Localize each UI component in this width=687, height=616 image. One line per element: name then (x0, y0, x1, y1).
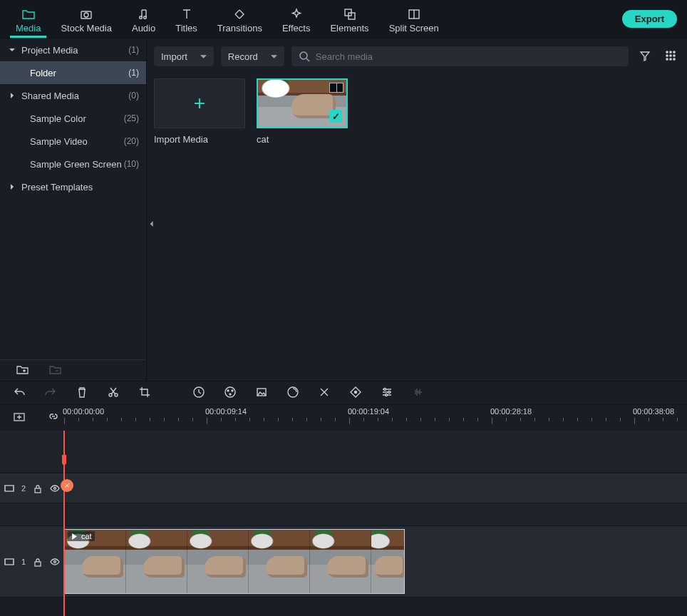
media-sidebar: Project Media (1) Folder (1) Shared Medi… (0, 38, 147, 381)
chevron-down-icon (200, 53, 207, 60)
playhead-knob[interactable] (61, 479, 73, 492)
svg-point-27 (384, 388, 386, 390)
plus-icon: + (194, 92, 205, 115)
timeline-toolbar (0, 381, 687, 405)
tab-media[interactable]: Media (6, 0, 51, 38)
video-track-icon (4, 557, 14, 567)
adjust-button[interactable] (378, 383, 396, 404)
sidebar-item-label: Sample Video (30, 136, 124, 147)
search-icon (299, 51, 310, 62)
sidebar-item-preset-templates[interactable]: Preset Templates (0, 175, 146, 198)
svg-point-1 (84, 13, 88, 17)
svg-point-7 (300, 52, 307, 59)
split-button[interactable] (104, 383, 123, 404)
tab-titles[interactable]: Titles (165, 0, 207, 38)
sidebar-item-label: Shared Media (21, 91, 128, 101)
media-tile-cat[interactable]: ✓ cat (257, 78, 348, 145)
ruler-time-label: 00:00:38:08 (633, 407, 674, 416)
svg-rect-31 (5, 486, 14, 491)
speed-button[interactable] (190, 383, 208, 404)
tab-elements[interactable]: Elements (320, 0, 378, 38)
export-button[interactable]: Export (622, 10, 677, 28)
sidebar-item-count: (0) (128, 91, 139, 101)
sidebar-item-sample-green-screen[interactable]: Sample Green Screen (10) (0, 153, 146, 175)
playhead[interactable] (63, 431, 65, 616)
video-badge-icon (329, 83, 344, 93)
ruler-track[interactable]: 00:00:00:00 00:00:09:14 00:00:19:04 00:0… (64, 405, 687, 431)
transitions-icon (232, 7, 247, 21)
sidebar-item-label: Folder (30, 68, 128, 78)
motion-button[interactable] (284, 383, 302, 404)
timeline-ruler[interactable]: 00:00:00:00 00:00:09:14 00:00:19:04 00:0… (0, 405, 687, 431)
delete-folder-button[interactable] (46, 360, 64, 381)
svg-point-11 (666, 54, 668, 56)
keyframe-button[interactable] (315, 383, 334, 404)
top-tab-bar: Media Stock Media Audio Titles Transitio… (0, 0, 687, 38)
import-media-tile[interactable]: + Import Media (154, 78, 245, 145)
color-button[interactable] (221, 383, 239, 404)
layers-icon (343, 7, 357, 21)
lock-icon[interactable] (33, 557, 43, 567)
sidebar-item-label: Preset Templates (21, 182, 139, 192)
track-number: 2 (21, 484, 26, 493)
sidebar-collapse-handle[interactable] (147, 202, 157, 245)
sidebar-item-shared-media[interactable]: Shared Media (0) (0, 84, 146, 107)
svg-point-13 (673, 54, 675, 56)
crop-button[interactable] (135, 383, 154, 404)
svg-point-18 (115, 394, 118, 396)
text-icon (180, 7, 194, 21)
camera-icon (79, 7, 93, 21)
record-dropdown[interactable]: Record (221, 46, 284, 66)
audio-waveform-button[interactable] (409, 383, 428, 404)
grid-view-button[interactable] (661, 46, 680, 67)
sidebar-item-sample-video[interactable]: Sample Video (20) (0, 130, 146, 153)
tile-label: cat (257, 134, 348, 145)
tab-label: Titles (175, 23, 197, 34)
sidebar-item-sample-color[interactable]: Sample Color (25) (0, 107, 146, 130)
sidebar-item-project-media[interactable]: Project Media (1) (0, 38, 146, 61)
chevron-right-icon (9, 184, 16, 190)
dropdown-label: Record (228, 51, 258, 62)
folder-icon (21, 7, 36, 21)
track-row-1[interactable]: 1 cat (0, 526, 687, 597)
svg-point-26 (355, 391, 357, 393)
import-dropdown[interactable]: Import (154, 46, 214, 66)
sidebar-item-label: Project Media (21, 45, 128, 56)
svg-point-12 (670, 54, 671, 56)
link-button[interactable] (44, 408, 63, 428)
undo-button[interactable] (10, 383, 29, 404)
redo-button[interactable] (41, 383, 60, 404)
search-box[interactable] (291, 46, 629, 66)
new-folder-button[interactable] (13, 360, 31, 381)
eye-icon[interactable] (50, 557, 60, 567)
track-row-2[interactable]: 2 (0, 473, 687, 503)
marker-button[interactable] (346, 383, 365, 404)
filter-button[interactable] (636, 46, 654, 67)
svg-point-9 (670, 51, 671, 52)
add-track-button[interactable] (10, 408, 29, 428)
sidebar-item-label: Sample Color (30, 113, 124, 124)
delete-button[interactable] (73, 383, 91, 404)
tab-label: Transitions (217, 23, 262, 34)
eye-icon[interactable] (50, 483, 60, 493)
svg-point-23 (229, 394, 231, 395)
tab-transitions[interactable]: Transitions (207, 0, 272, 38)
tab-split-screen[interactable]: Split Screen (379, 0, 449, 38)
sidebar-item-folder[interactable]: Folder (1) (0, 61, 146, 84)
svg-point-28 (388, 391, 391, 393)
svg-point-22 (232, 390, 233, 391)
svg-point-36 (54, 560, 56, 563)
green-screen-button[interactable] (252, 383, 271, 404)
timeline-clip-cat[interactable]: cat (64, 529, 405, 594)
tab-effects[interactable]: Effects (272, 0, 321, 38)
tab-stock-media[interactable]: Stock Media (51, 0, 122, 38)
dropdown-label: Import (161, 51, 187, 62)
tab-audio[interactable]: Audio (122, 0, 165, 38)
lock-icon[interactable] (33, 483, 43, 493)
search-input[interactable] (316, 51, 621, 62)
ruler-time-label: 00:00:00:00 (63, 407, 104, 416)
svg-rect-34 (5, 559, 14, 565)
media-content: Import Record + Import Media (147, 38, 687, 381)
ruler-time-label: 00:00:09:14 (205, 407, 247, 416)
sidebar-item-label: Sample Green Screen (30, 159, 124, 170)
